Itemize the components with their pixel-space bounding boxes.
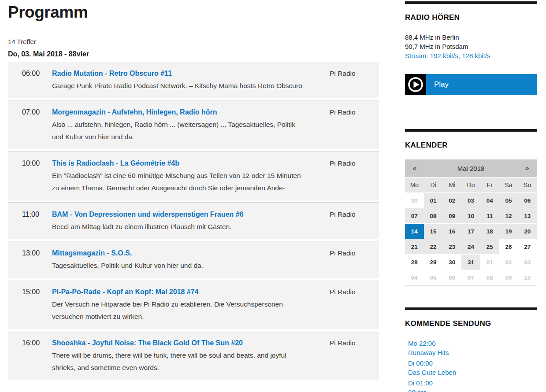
calendar-week-row: 28293031010203 <box>405 255 537 270</box>
entry-body: Pi-Pa-Po-Rade - Kopf an Kopf: Mai 2018 #… <box>52 286 330 323</box>
entry-station: Pi Radio <box>330 208 379 233</box>
calendar-day-04: 04 <box>405 270 424 285</box>
calendar-day-28: 28 <box>405 255 424 270</box>
calendar-day-09: 09 <box>499 270 518 285</box>
calendar-day-31[interactable]: 31 <box>461 255 480 270</box>
entry-description: Der Versuch ne Hitparade bei Pi Radio zu… <box>52 298 304 323</box>
entry-station: Pi Radio <box>330 106 379 143</box>
calendar-weekday: So <box>518 181 537 189</box>
entry-title-link[interactable]: Shooshka - Joyful Noise: The Black Gold … <box>52 337 243 349</box>
calendar-day-02[interactable]: 02 <box>442 193 461 208</box>
upcoming-show-link[interactable]: Di 01:00 88vier <box>408 378 537 392</box>
entry-description: Tagesaktuelles, Politik und Kultur von h… <box>52 259 304 272</box>
calendar-day-04[interactable]: 04 <box>480 193 499 208</box>
upcoming-show-link[interactable]: Di 00:00 Das Gute Leben <box>408 359 537 377</box>
sidebar-divider <box>405 307 537 310</box>
program-entry: 11:00 BAM - Von Depressionen und widersp… <box>8 202 379 239</box>
page: Programm 14 Treffer Do, 03. Mai 2018 - 8… <box>0 0 546 392</box>
upcoming-name: 88vier <box>408 388 537 392</box>
program-list: 06:00 Radio Mutation - Retro Obscuro #11… <box>8 62 379 380</box>
entry-time: 15:00 <box>22 286 52 323</box>
entry-description: There will be drums, there will be funk,… <box>52 349 304 374</box>
entry-time: 16:00 <box>22 337 52 374</box>
entry-time: 06:00 <box>22 67 52 92</box>
calendar-day-08[interactable]: 08 <box>424 208 443 223</box>
calendar-day-11[interactable]: 11 <box>480 208 499 223</box>
calendar: « Mai 2018 » MoDiMiDoFrSaSo 300102030405… <box>405 159 537 286</box>
calendar-day-18[interactable]: 18 <box>480 224 499 239</box>
upcoming-show-link[interactable]: Mo 22:00 Runaway Hits <box>408 339 537 357</box>
calendar-weekday: Di <box>424 181 443 189</box>
calendar-day-23[interactable]: 23 <box>442 239 461 254</box>
play-button[interactable]: Play <box>405 74 537 95</box>
entry-body: BAM - Von Depressionen und widerspenstig… <box>52 208 330 233</box>
calendar-prev-icon[interactable]: « <box>405 164 424 172</box>
entry-body: This is Radioclash - La Géométrie #4b Ei… <box>52 157 330 194</box>
calendar-day-14[interactable]: 14 <box>405 224 424 239</box>
calendar-day-25[interactable]: 25 <box>480 239 499 254</box>
stream-link-128[interactable]: 128 kbit/s <box>462 52 490 59</box>
entry-body: Radio Mutation - Retro Obscuro #11 Garag… <box>52 67 330 92</box>
calendar-day-01: 01 <box>480 255 499 270</box>
calendar-day-16[interactable]: 16 <box>442 224 461 239</box>
entry-description: Garage Punk Pirate Radio Podcast Network… <box>52 80 304 92</box>
entry-description: Also ... aufstehn, hinlegen, Radio hörn … <box>52 118 304 143</box>
calendar-day-21[interactable]: 21 <box>405 239 424 254</box>
calendar-day-22[interactable]: 22 <box>424 239 443 254</box>
calendar-day-03[interactable]: 03 <box>461 193 480 208</box>
calendar-day-01[interactable]: 01 <box>424 193 443 208</box>
calendar-day-19[interactable]: 19 <box>499 224 518 239</box>
frequency-berlin: 88,4 MHz in Berlin <box>405 33 537 42</box>
calendar-day-15[interactable]: 15 <box>424 224 443 239</box>
entry-title-link[interactable]: Pi-Pa-Po-Rade - Kopf an Kopf: Mai 2018 #… <box>52 286 199 298</box>
calendar-day-27: 27 <box>518 239 537 254</box>
calendar-week-row: 07080910111213 <box>405 208 537 223</box>
entry-station: Pi Radio <box>330 247 379 272</box>
calendar-week-row: 30010203040506 <box>405 193 537 208</box>
play-icon <box>405 74 426 95</box>
calendar-week-row: 14151617181920 <box>405 224 537 239</box>
calendar-day-02: 02 <box>499 255 518 270</box>
radio-listen-heading: RADIO HÖREN <box>405 13 537 22</box>
calendar-day-13[interactable]: 13 <box>518 208 537 223</box>
calendar-next-icon[interactable]: » <box>517 164 537 172</box>
calendar-day-30: 30 <box>405 193 424 208</box>
calendar-day-05: 05 <box>424 270 443 285</box>
calendar-day-20[interactable]: 20 <box>518 224 537 239</box>
program-entry: 10:00 This is Radioclash - La Géométrie … <box>8 151 379 200</box>
sidebar-top-divider <box>405 1 537 4</box>
calendar-day-17[interactable]: 17 <box>461 224 480 239</box>
calendar-day-10[interactable]: 10 <box>461 208 480 223</box>
entry-title-link[interactable]: This is Radioclash - La Géométrie #4b <box>52 157 179 170</box>
upcoming-list: Mo 22:00 Runaway Hits Di 00:00 Das Gute … <box>405 339 537 392</box>
entry-body: Mittagsmagazin - S.O.S. Tagesaktuelles, … <box>52 247 330 272</box>
entry-time: 13:00 <box>22 247 52 272</box>
program-entry: 15:00 Pi-Pa-Po-Rade - Kopf an Kopf: Mai … <box>8 280 379 329</box>
entry-title-link[interactable]: Radio Mutation - Retro Obscuro #11 <box>52 67 172 80</box>
sidebar-divider <box>405 129 537 132</box>
main-content: Programm 14 Treffer Do, 03. Mai 2018 - 8… <box>8 0 379 392</box>
date-heading: Do, 03. Mai 2018 - 88vier <box>8 50 379 58</box>
calendar-week-row: 21222324252627 <box>405 239 537 254</box>
entry-title-link[interactable]: Morgenmagazin - Aufstehn, Hinlegen, Radi… <box>52 106 217 118</box>
calendar-day-30: 30 <box>442 255 461 270</box>
calendar-day-24[interactable]: 24 <box>461 239 480 254</box>
calendar-day-05[interactable]: 05 <box>499 193 518 208</box>
entry-station: Pi Radio <box>330 337 379 374</box>
entry-time: 11:00 <box>22 208 52 233</box>
entry-title-link[interactable]: Mittagsmagazin - S.O.S. <box>52 247 132 259</box>
entry-title-link[interactable]: BAM - Von Depressionen und widerspenstig… <box>52 208 243 221</box>
entry-body: Shooshka - Joyful Noise: The Black Gold … <box>52 337 330 374</box>
entry-time: 10:00 <box>22 157 52 194</box>
calendar-day-12[interactable]: 12 <box>499 208 518 223</box>
sidebar: RADIO HÖREN 88,4 MHz in Berlin 90,7 MHz … <box>405 0 537 392</box>
calendar-day-09[interactable]: 09 <box>442 208 461 223</box>
program-entry: 16:00 Shooshka - Joyful Noise: The Black… <box>8 331 379 380</box>
calendar-heading: KALENDER <box>405 141 537 150</box>
calendar-grid: 3001020304050607080910111213141516171819… <box>405 193 537 286</box>
calendar-day-10: 10 <box>518 270 537 285</box>
calendar-day-07[interactable]: 07 <box>405 208 424 223</box>
entry-station: Pi Radio <box>330 67 379 92</box>
stream-link-192[interactable]: Stream: 192 kbit/s <box>405 52 458 59</box>
calendar-day-06[interactable]: 06 <box>518 193 537 208</box>
